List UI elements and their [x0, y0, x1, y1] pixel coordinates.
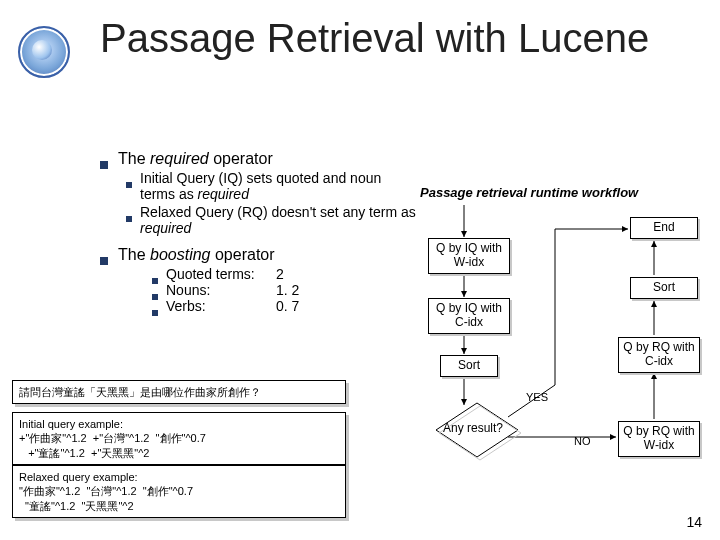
code-line: +"作曲家"^1.2 +"台灣"^1.2 "創作"^0.7 — [19, 431, 339, 445]
boost-label: Quoted terms: — [166, 266, 276, 282]
initial-query-example-box: Initial query example: +"作曲家"^1.2 +"台灣"^… — [12, 412, 346, 465]
text: Relaxed Query (RQ) doesn't set any term … — [140, 204, 416, 220]
text-em: required — [198, 186, 249, 202]
text-em: boosting — [150, 246, 211, 263]
slide-title: Passage Retrieval with Lucene — [100, 16, 660, 60]
page-number: 14 — [686, 514, 702, 530]
text: The — [118, 150, 150, 167]
code-line: +"童謠"^1.2 +"天黑黑"^2 — [19, 446, 339, 460]
flow-sort-2: Sort — [440, 355, 498, 377]
decision-label: Any result? — [440, 421, 506, 435]
boost-label: Nouns: — [166, 282, 276, 298]
boost-label: Verbs: — [166, 298, 276, 314]
bullet-required-heading: The required operator — [100, 150, 420, 168]
text: operator — [209, 150, 273, 167]
boost-value: 2 — [276, 266, 284, 282]
bullet-icon — [100, 257, 108, 265]
bullet-icon — [152, 310, 158, 316]
text: The — [118, 246, 150, 263]
org-logo — [18, 26, 70, 78]
bullet-icon — [126, 182, 132, 188]
flow-no-label: NO — [574, 435, 591, 447]
flowchart: Passage retrieval runtime workflow — [390, 155, 710, 515]
code-line: "童謠"^1.2 "天黑黑"^2 — [19, 499, 339, 513]
slide: Passage Retrieval with Lucene The requir… — [0, 0, 720, 540]
table-row: Nouns: 1. 2 — [152, 282, 420, 298]
text: operator — [211, 246, 275, 263]
flow-q-iq-cidx: Q by IQ with C-idx — [428, 298, 510, 334]
question-text: 請問台灣童謠「天黑黑」是由哪位作曲家所創作？ — [19, 386, 261, 398]
bullet-icon — [152, 294, 158, 300]
flow-q-rq-cidx: Q by RQ with C-idx — [618, 337, 700, 373]
bullet-icon — [152, 278, 158, 284]
flow-decision-any-result: Any result? — [440, 407, 506, 453]
table-row: Quoted terms: 2 — [152, 266, 420, 282]
flow-q-rq-widx: Q by RQ with W-idx — [618, 421, 700, 457]
boost-value: 0. 7 — [276, 298, 299, 314]
bullet-required-sub2: Relaxed Query (RQ) doesn't set any term … — [126, 204, 420, 236]
flow-end: End — [630, 217, 698, 239]
flow-yes-label: YES — [526, 391, 548, 403]
boost-value: 1. 2 — [276, 282, 299, 298]
code-line: "作曲家"^1.2 "台灣"^1.2 "創作"^0.7 — [19, 484, 339, 498]
bullet-icon — [100, 161, 108, 169]
flow-q-iq-widx: Q by IQ with W-idx — [428, 238, 510, 274]
bullet-required-sub1: Initial Query (IQ) sets quoted and noun … — [126, 170, 420, 202]
table-row: Verbs: 0. 7 — [152, 298, 420, 314]
boost-table: Quoted terms: 2 Nouns: 1. 2 Verbs: 0. 7 — [152, 266, 420, 314]
flow-arrows — [390, 155, 710, 515]
example-question-box: 請問台灣童謠「天黑黑」是由哪位作曲家所創作？ — [12, 380, 346, 404]
box-title: Relaxed query example: — [19, 470, 339, 484]
box-title: Initial query example: — [19, 417, 339, 431]
bullet-icon — [126, 216, 132, 222]
text-em: required — [150, 150, 209, 167]
text: Initial Query (IQ) sets quoted and noun … — [140, 170, 381, 202]
text-em: required — [140, 220, 191, 236]
bullet-boosting-heading: The boosting operator — [100, 246, 420, 264]
flow-sort-1: Sort — [630, 277, 698, 299]
relaxed-query-example-box: Relaxed query example: "作曲家"^1.2 "台灣"^1.… — [12, 465, 346, 518]
body-content: The required operator Initial Query (IQ)… — [100, 150, 420, 314]
